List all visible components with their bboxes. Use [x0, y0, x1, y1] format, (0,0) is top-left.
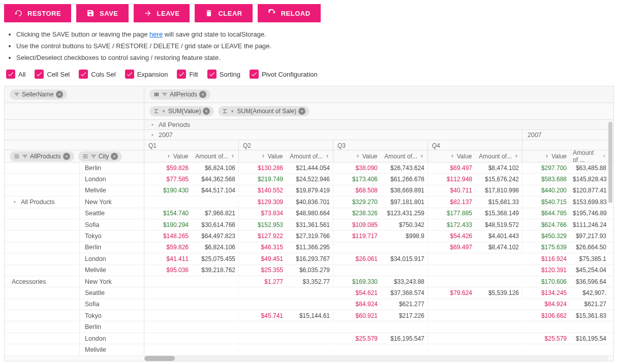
cell-amount[interactable]: $37,368.574 [381, 288, 428, 298]
close-icon[interactable] [111, 153, 118, 160]
cell-amount[interactable] [475, 280, 522, 283]
cell-value[interactable]: $112.948 [428, 174, 475, 184]
cell-amount[interactable]: $44,362.568 [192, 174, 239, 184]
product-cell[interactable] [5, 219, 80, 230]
cell-value[interactable] [144, 337, 192, 340]
cell-value[interactable]: $79.624 [428, 288, 475, 298]
city-label[interactable]: London [80, 253, 144, 264]
cell-amount-total[interactable]: $63,485.88 [570, 163, 609, 173]
cell-amount[interactable]: $61,266.678 [381, 174, 428, 184]
cell-value-total[interactable]: $297.700 [522, 163, 570, 173]
cell-value[interactable]: $177.885 [428, 208, 475, 218]
cell-value[interactable]: $109.085 [333, 220, 381, 230]
cell-amount-total[interactable]: $145,828.43 [570, 174, 609, 184]
cell-amount-total[interactable]: $75,385.1 [570, 254, 609, 264]
cell-amount-total[interactable]: $26,664.50 [570, 242, 609, 252]
cell-amount[interactable]: $217.226 [381, 311, 428, 321]
cell-amount[interactable] [192, 314, 239, 317]
q2-header[interactable]: Q2 [239, 140, 333, 150]
cell-amount[interactable]: $48,519.572 [475, 220, 522, 230]
city-label[interactable]: Tokyo [80, 310, 144, 321]
cell-value[interactable]: $173.406 [333, 174, 381, 184]
cell-amount[interactable]: $17,810.998 [475, 185, 522, 195]
q4-header[interactable]: Q4 [428, 140, 522, 150]
cell-value[interactable] [333, 269, 381, 272]
cell-value[interactable] [428, 280, 475, 283]
product-cell[interactable] [5, 299, 80, 310]
product-cell[interactable] [5, 230, 80, 241]
cell-value[interactable]: $152.953 [239, 220, 286, 230]
city-label[interactable]: Berlin [80, 162, 144, 173]
sort-value-total[interactable]: Value [522, 150, 570, 162]
cell-value[interactable]: $40.711 [428, 185, 475, 195]
year-2007-expanded[interactable]: 2007 [144, 130, 522, 140]
cell-value-total[interactable]: $540.715 [522, 197, 570, 207]
city-label[interactable]: Sofia [80, 299, 144, 310]
cell-amount[interactable] [286, 337, 333, 340]
cell-amount[interactable]: $19,879.419 [286, 185, 333, 195]
close-icon[interactable] [203, 108, 210, 115]
cell-amount[interactable] [381, 269, 428, 272]
cell-value[interactable] [239, 348, 286, 351]
cell-amount[interactable]: $21,444.054 [286, 163, 333, 173]
cell-amount[interactable]: $16,293.767 [286, 254, 333, 264]
cell-amount[interactable] [192, 337, 239, 340]
cell-amount[interactable]: $64,497.823 [192, 231, 239, 241]
cell-value[interactable] [239, 291, 286, 294]
cell-value[interactable]: $129.309 [239, 197, 286, 207]
cell-amount[interactable]: $97,181.801 [381, 197, 428, 207]
sort-value-q2[interactable]: Value [239, 150, 286, 162]
checkbox-colssel[interactable]: Cols Sel [79, 70, 115, 79]
cell-value-total[interactable]: $175.639 [522, 242, 570, 252]
cell-value[interactable]: $26.061 [333, 254, 381, 264]
cell-value[interactable]: $190.430 [144, 185, 192, 195]
here-link[interactable]: here [149, 30, 163, 38]
horizontal-scrollbar[interactable] [144, 356, 608, 361]
sort-value-q1[interactable]: Value [144, 150, 192, 162]
cell-value[interactable] [144, 314, 192, 317]
checkbox-pivot[interactable]: Pivot Configuration [250, 70, 318, 79]
product-cell[interactable] [5, 333, 80, 344]
cell-value[interactable]: $84.924 [333, 299, 381, 309]
cell-amount[interactable]: $40,836.701 [286, 197, 333, 207]
city-label[interactable]: Sofia [80, 219, 144, 230]
city-label[interactable]: New York [80, 276, 144, 287]
sort-amount-q2[interactable]: Amount of... [286, 150, 333, 162]
cell-amount[interactable]: $15,676.242 [475, 174, 522, 184]
cell-value[interactable]: $82.137 [428, 197, 475, 207]
product-cell[interactable] [5, 253, 80, 264]
cell-amount[interactable] [475, 325, 522, 328]
city-label[interactable]: Berlin [80, 321, 144, 332]
cell-value[interactable]: $25.355 [239, 265, 286, 275]
cell-value[interactable]: $219.749 [239, 174, 286, 184]
cell-value[interactable]: $41.411 [144, 254, 192, 264]
cell-value[interactable]: $77.585 [144, 174, 192, 184]
cell-value-total[interactable]: $116.924 [522, 254, 570, 264]
cell-amount[interactable]: $24,522.946 [286, 174, 333, 184]
cell-amount-total[interactable]: $42,907. [570, 288, 609, 298]
cell-value[interactable] [144, 325, 192, 328]
product-cell[interactable] [5, 208, 80, 219]
cell-value-total[interactable]: $170.606 [522, 277, 570, 287]
cell-amount[interactable]: $621.277 [381, 299, 428, 309]
cell-amount[interactable] [192, 325, 239, 328]
cell-value-total[interactable]: $583.688 [522, 174, 570, 184]
cell-value[interactable]: $148.265 [144, 231, 192, 241]
cell-value[interactable] [333, 246, 381, 249]
cell-value[interactable]: $190.294 [144, 220, 192, 230]
cell-value[interactable]: $54.426 [428, 231, 475, 241]
product-cell[interactable] [5, 310, 80, 321]
cell-value[interactable]: $73.834 [239, 208, 286, 218]
cell-amount[interactable] [381, 348, 428, 351]
cell-amount[interactable] [475, 269, 522, 272]
cell-value[interactable]: $25.579 [333, 334, 381, 344]
product-cell[interactable]: Accessories [5, 276, 80, 287]
cell-value[interactable]: $127.922 [239, 231, 286, 241]
cell-value[interactable] [428, 257, 475, 260]
cell-value-total[interactable]: $84.924 [522, 299, 570, 309]
chip-allperiods[interactable]: AllPeriods [149, 89, 210, 100]
cell-amount-total[interactable]: $153,699.83 [570, 197, 609, 207]
cell-value[interactable] [428, 348, 475, 351]
cell-amount-total[interactable]: $36,596.64 [570, 277, 609, 287]
cell-value[interactable]: $49.451 [239, 254, 286, 264]
